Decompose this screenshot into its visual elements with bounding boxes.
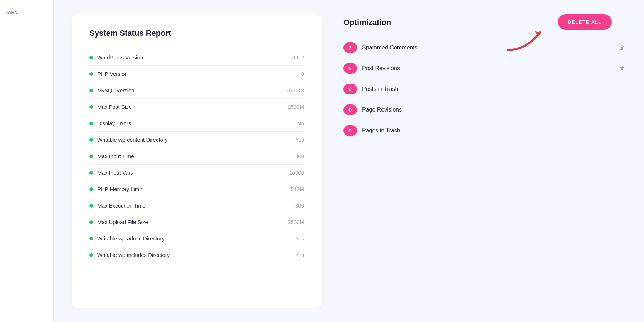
status-item: WordPress Version 6.6.2 [89, 49, 304, 66]
status-item: Max Post Size 2500M [89, 99, 304, 115]
status-dot [89, 138, 93, 142]
opt-badge: 0 [343, 104, 357, 115]
status-dot [89, 105, 93, 109]
status-dot [89, 155, 93, 158]
status-item: PHP Memory Limit 512M [89, 181, 304, 197]
status-item-value: 10000 [289, 170, 304, 176]
status-item-label: Max Input Vars [97, 170, 133, 176]
status-item-left: Max Input Time [89, 153, 134, 159]
status-item-label: Max Upload File Size [97, 219, 148, 225]
opt-item: 0 Posts in Trash [343, 80, 626, 98]
status-item-label: PHP Memory Limit [97, 186, 142, 192]
status-dot [89, 237, 93, 240]
status-dot [89, 204, 93, 208]
status-item: Max Execution Time 300 [89, 197, 304, 214]
delete-all-button[interactable]: DELETE ALL [558, 14, 612, 30]
status-item-left: Max Upload File Size [89, 219, 148, 225]
status-item-label: WordPress Version [97, 54, 143, 60]
opt-item-label: Pages in Trash [362, 127, 626, 134]
status-item-value: 8 [301, 71, 304, 77]
sidebar-label: IONS [0, 7, 53, 19]
status-item-left: MySQL Version [89, 87, 135, 93]
status-item-label: MySQL Version [97, 87, 135, 93]
status-item-left: Writable wp-content Directory [89, 137, 167, 143]
status-item-left: PHP Memory Limit [89, 186, 142, 192]
status-item-left: Display Errors [89, 120, 131, 126]
status-item-label: PHP Version [97, 71, 128, 77]
optimization-list: 2 Spammed Comments 🗑 6 Post Revisions 🗑 … [343, 39, 626, 140]
status-dot [89, 72, 93, 76]
opt-item: 0 Page Revisions [343, 101, 626, 119]
status-dot [89, 220, 93, 224]
opt-item: 2 Spammed Comments 🗑 [343, 39, 626, 57]
status-dot [89, 171, 93, 175]
status-item-value: Yes [296, 252, 304, 258]
opt-badge: 0 [343, 125, 357, 136]
opt-item-label: Spammed Comments [362, 44, 613, 51]
status-item-value: 2500M [288, 219, 304, 225]
opt-item-label: Posts in Trash [362, 86, 626, 92]
system-status-title: System Status Report [89, 29, 304, 38]
status-dot [89, 56, 93, 59]
status-dot [89, 187, 93, 191]
status-dot [89, 89, 93, 92]
status-item: MySQL Version 10.6.18 [89, 82, 304, 99]
sidebar: IONS [0, 0, 54, 322]
opt-item-label: Page Revisions [362, 107, 626, 113]
status-item: PHP Version 8 [89, 66, 304, 82]
system-status-panel: System Status Report WordPress Version 6… [72, 14, 322, 308]
status-item-value: 300 [295, 203, 304, 209]
status-item-value: No [297, 120, 304, 126]
status-item-value: 10.6.18 [286, 87, 304, 93]
status-item-left: Max Input Vars [89, 170, 133, 176]
status-item-value: 6.6.2 [292, 54, 304, 60]
status-dot [89, 122, 93, 125]
status-item-label: Writable wp-content Directory [97, 137, 167, 143]
status-item: Writable wp-admin Directory Yes [89, 230, 304, 247]
opt-badge: 6 [343, 63, 357, 74]
status-item: Display Errors No [89, 115, 304, 132]
status-item: Writable wp-content Directory Yes [89, 132, 304, 148]
status-item-label: Writable wp-admin Directory [97, 235, 165, 241]
main-content: System Status Report WordPress Version 6… [54, 0, 644, 322]
arrow-annotation [504, 25, 547, 55]
status-item: Max Upload File Size 2500M [89, 214, 304, 230]
status-list: WordPress Version 6.6.2 PHP Version 8 My… [89, 49, 304, 263]
status-item: Max Input Time 300 [89, 148, 304, 165]
opt-item: 0 Pages in Trash [343, 122, 626, 140]
trash-icon[interactable]: 🗑 [618, 64, 626, 73]
status-item-label: Display Errors [97, 120, 131, 126]
status-item-left: PHP Version [89, 71, 128, 77]
status-item-value: Yes [296, 235, 304, 241]
status-item-left: WordPress Version [89, 54, 143, 60]
trash-icon[interactable]: 🗑 [618, 43, 626, 52]
opt-item-label: Post Revisions [362, 65, 613, 72]
status-item-left: Writable wp-admin Directory [89, 235, 165, 241]
status-item: Max Input Vars 10000 [89, 165, 304, 181]
status-item: Writable wp-includes Directory Yes [89, 247, 304, 263]
status-item-label: Max Execution Time [97, 203, 146, 209]
status-item-left: Writable wp-includes Directory [89, 252, 170, 258]
opt-badge: 2 [343, 42, 357, 53]
status-dot [89, 253, 93, 257]
status-item-value: 300 [295, 153, 304, 159]
status-item-value: 2500M [288, 104, 304, 110]
opt-item: 6 Post Revisions 🗑 [343, 59, 626, 77]
status-item-label: Writable wp-includes Directory [97, 252, 170, 258]
status-item-value: Yes [296, 137, 304, 143]
optimization-panel: Optimization DELETE ALL 2 Spammed Commen… [343, 14, 626, 308]
status-item-label: Max Post Size [97, 104, 132, 110]
opt-badge: 0 [343, 84, 357, 94]
status-item-label: Max Input Time [97, 153, 134, 159]
status-item-left: Max Post Size [89, 104, 132, 110]
status-item-value: 512M [291, 186, 304, 192]
status-item-left: Max Execution Time [89, 203, 146, 209]
